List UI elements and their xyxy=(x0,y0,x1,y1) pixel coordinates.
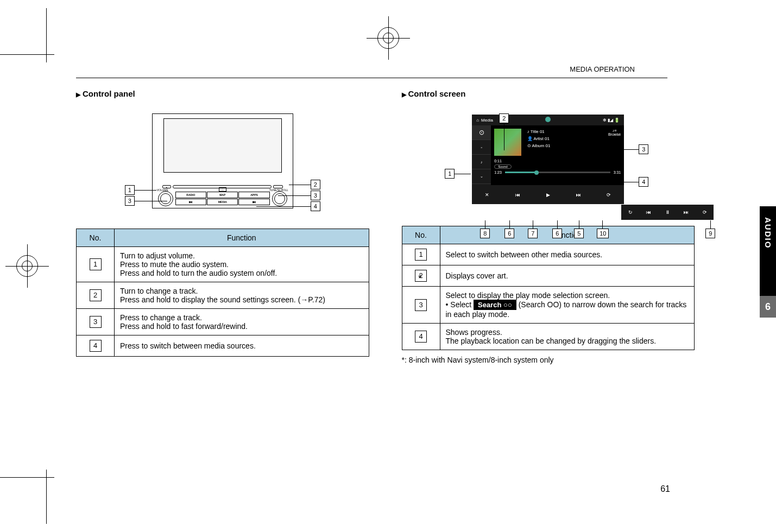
row-num: 4 xyxy=(90,340,102,352)
callout-4: 4 xyxy=(311,201,320,211)
chapter-label: AUDIO xyxy=(764,217,773,249)
row-desc: Turn to change a track. Press and hold t… xyxy=(115,282,369,309)
repeat-icon: ⟳ xyxy=(607,192,611,198)
track-artist: 👤 Artist 01 xyxy=(527,136,551,143)
screen-callout-10: 10 xyxy=(597,229,609,238)
control-screen-table: No. Function 1 Select to switch between … xyxy=(402,226,695,350)
callout-3-right: 3 xyxy=(311,191,320,200)
screen-callout-2: 2 xyxy=(499,113,509,123)
screen-callout-1: 1 xyxy=(445,169,455,179)
row-num: 3 xyxy=(90,316,102,328)
row-num: 3 xyxy=(415,299,427,311)
table-row: 4 Press to switch between media sources. xyxy=(77,335,369,357)
chapter-tab: AUDIO xyxy=(760,206,776,296)
control-screen-heading: Control screen xyxy=(402,89,695,98)
table-row: 1 Select to switch between other media s… xyxy=(402,244,695,265)
table-row: 2 Displays cover art. xyxy=(402,265,695,287)
table-row: 2 Turn to change a track. Press and hold… xyxy=(77,282,369,309)
track-title: ♪ Title 01 xyxy=(527,129,551,136)
table-row: 4 Shows progress. The playback location … xyxy=(402,324,695,350)
row-num: 1 xyxy=(415,249,427,261)
callout-1: 1 xyxy=(125,185,135,195)
row-desc: Shows progress. The playback location ca… xyxy=(440,324,695,350)
callout-3-left: 3 xyxy=(125,196,135,206)
row-num: 4 xyxy=(415,331,427,343)
th-no: No. xyxy=(77,229,115,247)
screen-callout-6a: 6 xyxy=(504,229,514,238)
control-panel-heading: Control panel xyxy=(76,89,369,98)
table-row: 3 Select to display the play mode select… xyxy=(402,287,695,324)
prev-ext-icon: ⏮ xyxy=(646,210,651,215)
sidebar-audio-cd: ⊙ xyxy=(472,125,491,140)
next-ext-icon: ⏭ xyxy=(684,210,689,215)
track-album: ⊙ Album 01 xyxy=(527,143,551,150)
row-desc: Press to change a track. Press and hold … xyxy=(115,309,369,335)
screen-callout-8: 8 xyxy=(480,229,490,238)
row-desc: Displays cover art. xyxy=(440,265,695,287)
header-divider xyxy=(76,78,667,78)
th-function: Function xyxy=(440,226,695,244)
row-desc: Turn to adjust volume. Press to mute the… xyxy=(115,247,369,282)
time-current: 1:23 xyxy=(494,170,502,174)
th-no: No. xyxy=(402,226,440,244)
print-registration-mark-top xyxy=(367,16,410,60)
sidebar-ipod: ▫ xyxy=(472,140,491,155)
table-row: 3 Press to change a track. Press and hol… xyxy=(77,309,369,335)
control-screen-diagram: ⌂ Media ✻ ▮◢ 🔋 ⊙ ▫ ♪ ⌄ xyxy=(434,115,662,204)
screen-callout-5: 5 xyxy=(574,229,584,238)
row-desc: Select to display the play mode selectio… xyxy=(440,287,695,324)
search-button-label: Search ○○ xyxy=(474,300,516,310)
sound-button: Sound xyxy=(494,164,511,169)
sidebar-aux: ♪ xyxy=(472,155,491,169)
sidebar-more: ⌄ xyxy=(472,169,491,184)
screen-callout-3: 3 xyxy=(639,144,648,154)
pause-ext-icon: ⏸ xyxy=(665,210,670,215)
shuffle-icon: ✕ xyxy=(485,192,489,198)
play-icon: ▶ xyxy=(546,192,550,198)
page-number: 61 xyxy=(660,484,670,494)
screen-callout-6b: 6 xyxy=(552,229,562,238)
page-header: MEDIA OPERATION xyxy=(76,65,743,73)
prev-track-icon: ⏮ xyxy=(515,192,520,198)
elapsed-time: 0:11 xyxy=(494,159,621,163)
row-num: 1 xyxy=(90,258,102,270)
time-total: 3:31 xyxy=(614,170,621,174)
browse-button: ♪≡ Browse xyxy=(608,129,621,136)
row-desc: Select to switch between other media sou… xyxy=(440,244,695,265)
callout-2: 2 xyxy=(311,180,320,189)
row-num: 2 xyxy=(90,289,102,301)
screen-callout-7: 7 xyxy=(528,229,538,238)
screen-callout-9: 9 xyxy=(705,229,715,238)
screen-extension-bar: ↻ ⏮ ⏸ ⏭ ⟳ xyxy=(621,205,714,220)
chapter-number: 6 xyxy=(760,296,776,318)
next-track-icon: ⏭ xyxy=(576,192,581,198)
screen-callout-4: 4 xyxy=(639,177,648,187)
table-row: 1 Turn to adjust volume. Press to mute t… xyxy=(77,247,369,282)
th-function: Function xyxy=(115,229,369,247)
repeat-ext-icon: ⟳ xyxy=(703,210,707,215)
album-art xyxy=(494,129,521,156)
footnote: *: 8-inch with Navi system/8-inch system… xyxy=(402,356,695,364)
print-registration-mark-left xyxy=(5,244,49,288)
row-num: 2 xyxy=(415,270,427,282)
shuffle-ext-icon: ↻ xyxy=(628,210,633,215)
control-panel-table: No. Function 1 Turn to adjust volume. Pr… xyxy=(76,229,369,357)
row-desc: Press to switch between media sources. xyxy=(115,335,369,357)
control-panel-diagram: ▲ RADIO MAP xyxy=(130,106,315,215)
